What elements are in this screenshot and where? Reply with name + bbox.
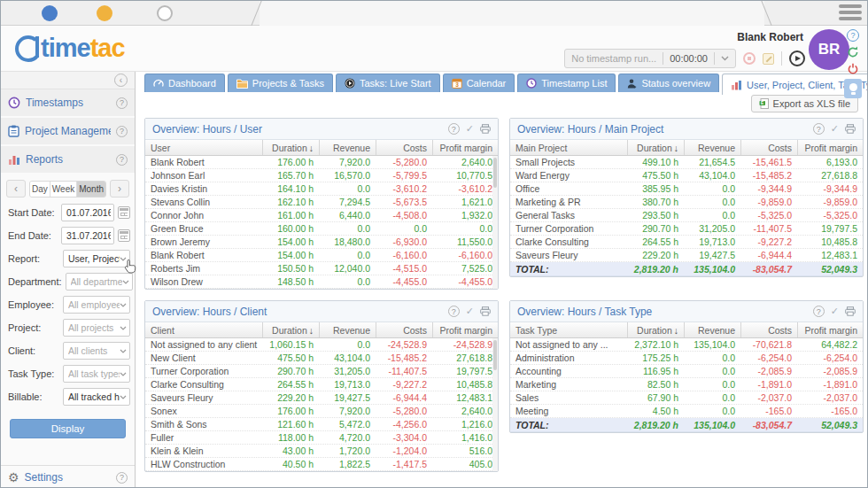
checkmark-icon[interactable]: ✓ [831,306,839,317]
period-day-button[interactable]: Day [30,182,50,197]
column-header[interactable]: Revenue [684,140,740,155]
row-label: Sonex [145,406,262,416]
panel-hours-user: Overview: Hours / User ? ✓ User Duration… [144,118,499,290]
refresh-icon[interactable] [847,45,860,58]
print-icon[interactable] [845,124,856,134]
tab-projects-tasks[interactable]: Projects & Tasks [228,74,333,92]
table-body: Not assigned to any ...2,372.10 h135,104… [510,338,863,432]
lightbulb-icon[interactable] [844,79,862,98]
filter-label: Client: [8,345,59,356]
table-row: Small Projects499.10 h21,654.5-15,461.56… [510,156,863,169]
billable-select[interactable]: All tracked hours [63,388,130,406]
column-header[interactable]: Client [145,325,262,336]
period-week-button[interactable]: Week [50,182,76,197]
end-date-input[interactable]: 31.07.2016 [61,227,114,244]
edit-note-icon[interactable] [763,53,774,65]
help-icon[interactable]: ? [813,306,825,317]
help-icon[interactable]: ? [116,472,128,484]
window-control-icon[interactable] [42,5,58,21]
help-icon[interactable]: ? [448,306,460,317]
sidebar-item-reports[interactable]: Reports ? [1,146,135,173]
calendar-icon[interactable] [118,206,130,219]
column-header[interactable]: Revenue [319,140,376,155]
power-icon[interactable] [847,62,860,75]
employee-select[interactable]: All employees [63,296,130,314]
tab-timestamp-list[interactable]: Timestamp List [517,74,616,92]
column-header[interactable]: Profit margin [797,322,863,337]
row-value: -1,417.5 [376,459,432,469]
start-timestamp-icon[interactable] [789,50,805,66]
client-select[interactable]: All clients [63,342,130,360]
column-header[interactable]: Costs [740,322,797,337]
tab-status-overview[interactable]: Status overview [618,74,719,92]
task-type-select[interactable]: All task types [63,365,130,383]
row-value: 31,205.0 [319,366,376,376]
print-icon[interactable] [845,306,856,316]
scrollbar[interactable] [492,338,498,471]
row-value: 160.00 h [262,223,319,234]
table-row: Not assigned to any ...2,372.10 h135,104… [510,338,863,352]
column-header[interactable]: Main Project [510,143,627,153]
column-header[interactable]: Costs [376,322,432,337]
export-button-label: Export as XLS file [773,98,850,109]
column-header[interactable]: Revenue [684,322,740,337]
scrollbar[interactable] [492,156,498,289]
next-period-icon[interactable]: › [110,180,129,198]
window-control-icon[interactable] [97,5,112,21]
help-icon[interactable]: ? [847,29,859,42]
display-button[interactable]: Display [10,419,126,438]
tab-calendar[interactable]: 3 Calendar [443,74,515,92]
help-icon[interactable]: ? [116,97,128,109]
gear-icon: ⚙ [8,471,19,484]
column-header-duration[interactable]: Duration↓ [262,140,319,155]
sidebar-item-label: Reports [26,153,111,166]
checkmark-icon[interactable]: ✓ [466,123,474,135]
sidebar-item-timestamps[interactable]: Timestamps ? [1,89,135,116]
tab-tasks-live-start[interactable]: Tasks: Live Start [336,74,440,92]
row-value: -5,280.0 [376,157,432,167]
help-icon[interactable]: ? [448,123,460,135]
start-date-input[interactable]: 01.07.2016 [61,204,114,221]
window-control-icon[interactable] [157,5,173,21]
tab-label: Calendar [467,78,507,89]
timestamp-widget[interactable]: No timestamp run... 00:00:00 [564,49,736,68]
column-header[interactable]: Profit margin [797,140,863,155]
help-icon[interactable]: ? [116,154,128,166]
column-header-duration[interactable]: Duration↓ [627,322,684,337]
row-value: 16,570.0 [319,170,376,181]
department-select[interactable]: All departments [66,273,133,290]
help-icon[interactable]: ? [116,126,128,137]
column-header[interactable]: Revenue [319,322,376,337]
help-icon[interactable]: ? [813,123,825,135]
chevron-down-icon[interactable] [721,56,729,61]
column-header[interactable]: Costs [376,140,432,155]
chevron-down-icon [120,326,127,330]
filter-employee: Employee: All employees [1,293,135,316]
calendar-icon[interactable] [118,229,130,242]
column-header-duration[interactable]: Duration↓ [262,322,319,337]
checkmark-icon[interactable]: ✓ [831,123,839,135]
column-header[interactable]: Profit margin [432,322,498,337]
column-header[interactable]: Task Type [510,325,627,336]
previous-period-icon[interactable]: ‹ [6,180,26,198]
row-value: 6,440.0 [319,210,376,221]
sidebar-item-settings[interactable]: ⚙ Settings ? [1,465,135,488]
row-value: 43.00 h [262,445,319,456]
period-month-button[interactable]: Month [76,182,105,197]
column-header-duration[interactable]: Duration↓ [627,140,684,155]
checkmark-icon[interactable]: ✓ [466,306,474,317]
column-header[interactable]: Costs [740,140,797,155]
column-header[interactable]: Profit margin [432,140,498,155]
project-select[interactable]: All projects [63,319,130,337]
row-value: -9,344.9 [797,183,863,194]
stop-timestamp-icon[interactable] [743,52,756,65]
print-icon[interactable] [480,306,491,316]
column-header[interactable]: User [145,143,262,153]
sidebar-item-project-management[interactable]: Project Management ? [1,118,135,144]
hamburger-menu-icon[interactable] [839,4,862,20]
tab-dashboard[interactable]: Dashboard [144,74,225,92]
export-xls-button[interactable]: E Export as XLS file [751,95,858,112]
report-select[interactable]: User, Project, Client, Task Type [63,250,130,267]
collapse-sidebar-icon[interactable]: ‹ [114,74,128,87]
print-icon[interactable] [480,124,491,134]
